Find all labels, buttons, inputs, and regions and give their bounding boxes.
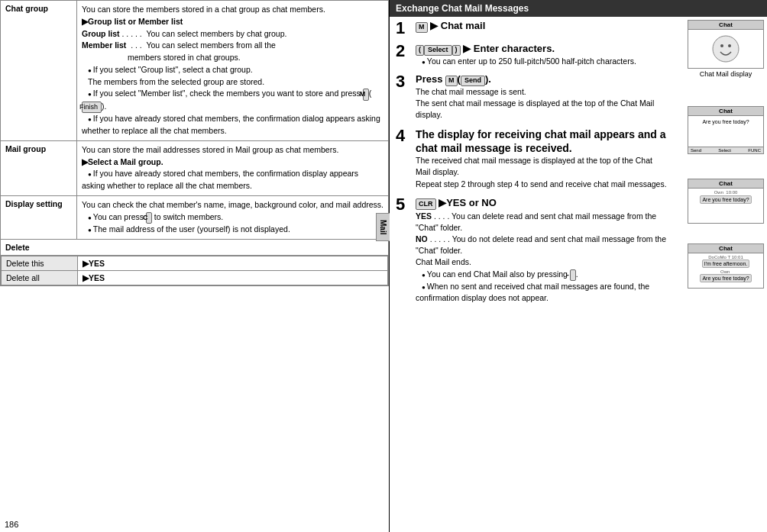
table-row-mail-group: Mail group You can store the mail addres… bbox=[1, 140, 389, 195]
mail-group-label: Mail group bbox=[1, 140, 77, 195]
step-4-number: 4 bbox=[396, 127, 413, 144]
step-2-content: (Select) ▶ Enter characters. You can ent… bbox=[416, 43, 669, 67]
right-content: 1 M ▶ Chat mail 2 (Select) ▶ Enter cha bbox=[390, 17, 767, 532]
chat-screen-3-body: Own 10:00 Are you free today? bbox=[688, 189, 763, 223]
page-number: 186 bbox=[5, 520, 18, 529]
left-panel: Chat group You can store the members sto… bbox=[0, 0, 390, 532]
display-setting-content: You can check the chat member's name, im… bbox=[77, 195, 389, 239]
svg-point-1 bbox=[720, 44, 723, 47]
chat-screen-2-footer: Send Select FUNC bbox=[688, 147, 763, 153]
chat-group-content: You can store the members stored in a ch… bbox=[77, 1, 389, 141]
step2-select-btn: Select bbox=[424, 45, 452, 56]
header-title: Exchange Chat Mail Messages bbox=[396, 3, 529, 14]
table-row-delete-header: Delete bbox=[1, 239, 389, 255]
step-4: 4 The display for receiving chat mail ap… bbox=[396, 127, 669, 190]
chat-screen-4-body: DoCoMo T 10:01 I'm free afternoon. Own A… bbox=[688, 253, 763, 288]
step-1-number: 1 bbox=[396, 20, 413, 37]
step3-line1: The chat mail message is sent. bbox=[416, 87, 526, 96]
chat-image-4: Chat DoCoMo T 10:01 I'm free afternoon. … bbox=[688, 243, 764, 289]
mail-tab: Mail bbox=[376, 213, 390, 241]
step2-title: Enter characters. bbox=[474, 43, 555, 54]
chat-screen-2-body: Are you free today? bbox=[688, 116, 763, 147]
chat-screen-1-body bbox=[688, 30, 763, 68]
step2-bullet1: You can enter up to 250 full-pitch/500 h… bbox=[416, 56, 636, 66]
chat-screen-4-header: Chat bbox=[688, 244, 763, 253]
step-3-number: 3 bbox=[396, 73, 413, 90]
svg-point-0 bbox=[713, 36, 739, 62]
right-panel: Exchange Chat Mail Messages 1 M ▶ Chat m… bbox=[390, 0, 767, 532]
step5-clr-key: CLR bbox=[416, 198, 436, 210]
delete-all-label: Delete all bbox=[2, 270, 78, 285]
step-5-content: CLR ▶YES or NO YES . . . . You can delet… bbox=[416, 196, 669, 304]
right-panel-header: Exchange Chat Mail Messages bbox=[390, 0, 767, 17]
step-3-content: Press M(Send). The chat mail message is … bbox=[416, 73, 669, 121]
chat-screen-4: Chat DoCoMo T 10:01 I'm free afternoon. … bbox=[688, 243, 764, 289]
step-5-number: 5 bbox=[396, 196, 413, 213]
avatar-icon bbox=[712, 35, 739, 63]
step-1: 1 M ▶ Chat mail bbox=[396, 20, 669, 37]
step-5: 5 CLR ▶YES or NO YES . . . . You can del… bbox=[396, 196, 669, 304]
step3-line2: The sent chat mail message is displayed … bbox=[416, 98, 654, 119]
step1-chat-mail-label: Chat mail bbox=[441, 20, 486, 31]
table-row-chat-group: Chat group You can store the members sto… bbox=[1, 1, 389, 141]
step2-open-paren: ( bbox=[416, 45, 424, 56]
images-column: Chat Chat Mail display bbox=[675, 17, 767, 532]
step-3: 3 Press M(Send). The chat mail message i… bbox=[396, 73, 669, 121]
display-setting-label: Display setting bbox=[1, 195, 77, 239]
step4-line2: Repeat step 2 through step 4 to send and… bbox=[416, 179, 667, 189]
chat-screen-3: Chat Own 10:00 Are you free today? bbox=[688, 179, 764, 224]
step2-close-paren: ) bbox=[452, 45, 461, 56]
chat-image-3: Chat Own 10:00 Are you free today? bbox=[688, 179, 764, 224]
chat-group-label: Chat group bbox=[1, 1, 77, 141]
delete-this-value: ▶YES bbox=[78, 256, 388, 270]
step3-key-m: M bbox=[445, 76, 458, 86]
chat-screen-2-header: Chat bbox=[688, 107, 763, 116]
step3-send-btn: Send bbox=[461, 76, 485, 86]
delete-all-row: Delete all ▶YES bbox=[2, 270, 388, 285]
steps-column: 1 M ▶ Chat mail 2 (Select) ▶ Enter cha bbox=[390, 17, 675, 532]
chat-screen-1-header: Chat bbox=[688, 21, 763, 30]
step-4-content: The display for receiving chat mail appe… bbox=[416, 127, 669, 190]
chat-image-2: Chat Are you free today? Send Select FUN… bbox=[688, 106, 764, 154]
svg-point-2 bbox=[728, 44, 731, 47]
step4-line1: The received chat mail message is displa… bbox=[416, 156, 652, 176]
table-row-display-setting: Display setting You can check the chat m… bbox=[1, 195, 389, 239]
chat-screen-3-header: Chat bbox=[688, 179, 763, 189]
step-2: 2 (Select) ▶ Enter characters. You can e… bbox=[396, 43, 669, 67]
chat-screen-2: Chat Are you free today? Send Select FUN… bbox=[688, 106, 764, 154]
delete-this-label: Delete this bbox=[2, 256, 78, 270]
chat-image-1: Chat Chat Mail display bbox=[688, 20, 764, 79]
delete-all-value: ▶YES bbox=[78, 270, 388, 285]
table-row-delete-sub: Delete this ▶YES Delete all ▶YES bbox=[1, 255, 389, 285]
step4-title: The display for receiving chat mail appe… bbox=[416, 128, 666, 154]
chat-screen-1: Chat bbox=[688, 20, 764, 69]
mail-group-content: You can store the mail addresses stored … bbox=[77, 140, 389, 195]
delete-header: Delete bbox=[1, 239, 389, 255]
info-table: Chat group You can store the members sto… bbox=[0, 0, 389, 286]
step-1-content: M ▶ Chat mail bbox=[416, 20, 669, 33]
step-2-number: 2 bbox=[396, 43, 413, 60]
chat-mail-display-label: Chat Mail display bbox=[688, 70, 764, 79]
step5-title: ▶YES or NO bbox=[439, 197, 497, 208]
delete-sub-table: Delete this ▶YES Delete all ▶YES bbox=[1, 256, 388, 285]
step5-bullet2: When no sent and received chat mail mess… bbox=[416, 282, 649, 302]
step5-bullet1: You can end Chat Mail also by pressing -… bbox=[416, 269, 578, 279]
step1-key-m: M bbox=[416, 22, 428, 33]
delete-this-row: Delete this ▶YES bbox=[2, 256, 388, 270]
